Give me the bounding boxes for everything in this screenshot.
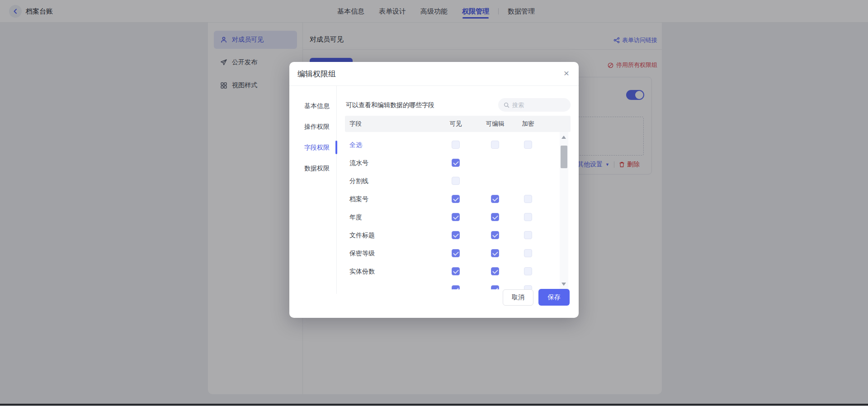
editable-checkbox[interactable] <box>491 141 499 149</box>
visible-checkbox[interactable] <box>452 267 460 275</box>
field-label: 流水号 <box>349 154 368 172</box>
encrypted-checkbox[interactable] <box>524 249 532 257</box>
scrollbar-thumb[interactable] <box>561 146 567 168</box>
column-header-visible: 可见 <box>450 116 462 132</box>
field-row: 实体份数 <box>345 262 571 280</box>
field-label: 年度 <box>349 208 362 226</box>
field-table-header: 字段 可见 可编辑 加密 <box>345 116 571 132</box>
visible-checkbox[interactable] <box>452 141 460 149</box>
search-icon <box>504 102 509 108</box>
modal-tab-basic-info[interactable]: 基本信息 <box>289 95 336 116</box>
close-icon[interactable]: × <box>561 68 572 80</box>
modal-header: 编辑权限组 × <box>289 62 579 86</box>
visible-checkbox[interactable] <box>452 177 460 185</box>
modal-tab-list: 基本信息 操作权限 字段权限 数据权限 <box>289 86 337 294</box>
field-row: 保密等级 <box>345 244 571 262</box>
visible-checkbox[interactable] <box>452 249 460 257</box>
field-label: 实体份数 <box>349 262 375 280</box>
encrypted-checkbox[interactable] <box>524 231 532 239</box>
save-button[interactable]: 保存 <box>538 289 570 306</box>
scrollbar <box>560 132 568 289</box>
modal-footer: 取消 保存 <box>289 289 579 318</box>
field-row: 分割线 <box>345 172 571 190</box>
editable-checkbox[interactable] <box>491 195 499 203</box>
field-row <box>345 280 571 289</box>
scroll-down-icon[interactable] <box>561 283 566 286</box>
encrypted-checkbox[interactable] <box>524 213 532 221</box>
scroll-up-icon[interactable] <box>561 136 566 139</box>
modal-tab-field-permission[interactable]: 字段权限 <box>289 137 336 158</box>
modal-title: 编辑权限组 <box>297 62 336 86</box>
screen: 档案台账 基本信息 表单设计 高级功能 权限管理 数据管理 对成员可见 公开发布… <box>0 0 868 406</box>
field-list-viewport: 全选 流水号 分割线 档案号 年度 文件标题 保密等级 实体份数 <box>345 132 571 289</box>
column-header-field: 字段 <box>349 116 362 132</box>
field-label: 分割线 <box>349 172 368 190</box>
editable-checkbox[interactable] <box>491 285 499 289</box>
editable-checkbox[interactable] <box>491 213 499 221</box>
search-box <box>498 98 571 112</box>
encrypted-checkbox[interactable] <box>524 141 532 149</box>
field-row: 全选 <box>345 136 571 154</box>
cancel-button[interactable]: 取消 <box>503 289 533 306</box>
field-label: 全选 <box>349 136 362 154</box>
field-row: 文件标题 <box>345 226 571 244</box>
field-label: 文件标题 <box>349 226 375 244</box>
modal-tab-data-permission[interactable]: 数据权限 <box>289 158 336 179</box>
visible-checkbox[interactable] <box>452 159 460 167</box>
visible-checkbox[interactable] <box>452 195 460 203</box>
edit-permission-group-modal: 编辑权限组 × 基本信息 操作权限 字段权限 数据权限 可以查看和编辑数据的哪些… <box>289 62 579 318</box>
search-input[interactable] <box>512 102 562 109</box>
field-row: 流水号 <box>345 154 571 172</box>
visible-checkbox[interactable] <box>452 285 460 289</box>
field-permission-description: 可以查看和编辑数据的哪些字段 <box>346 100 434 109</box>
field-label: 档案号 <box>349 190 368 208</box>
field-row: 档案号 <box>345 190 571 208</box>
encrypted-checkbox[interactable] <box>524 285 532 289</box>
encrypted-checkbox[interactable] <box>524 267 532 275</box>
modal-tab-operation-permission[interactable]: 操作权限 <box>289 116 336 137</box>
field-label: 保密等级 <box>349 244 375 262</box>
visible-checkbox[interactable] <box>452 213 460 221</box>
encrypted-checkbox[interactable] <box>524 195 532 203</box>
field-row: 年度 <box>345 208 571 226</box>
editable-checkbox[interactable] <box>491 231 499 239</box>
editable-checkbox[interactable] <box>491 267 499 275</box>
column-header-encrypted: 加密 <box>522 116 534 132</box>
column-header-editable: 可编辑 <box>486 116 505 132</box>
visible-checkbox[interactable] <box>452 231 460 239</box>
field-list: 全选 流水号 分割线 档案号 年度 文件标题 保密等级 实体份数 <box>345 136 571 289</box>
editable-checkbox[interactable] <box>491 249 499 257</box>
